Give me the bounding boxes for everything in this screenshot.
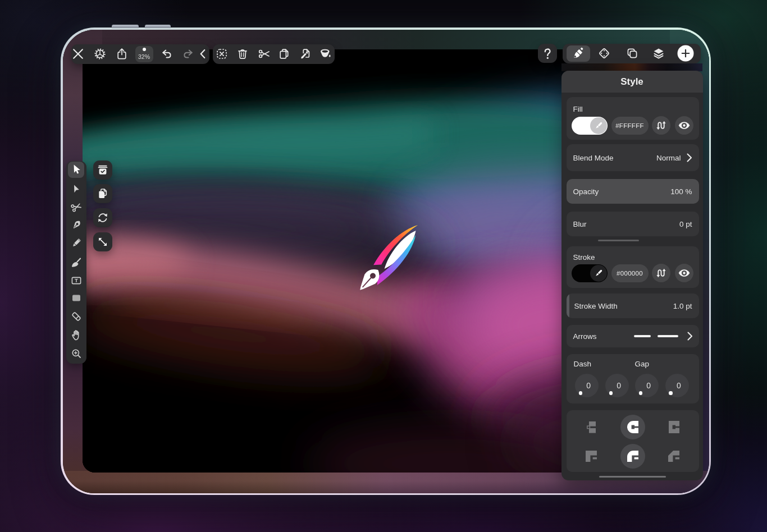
svg-text:T: T (75, 277, 78, 283)
